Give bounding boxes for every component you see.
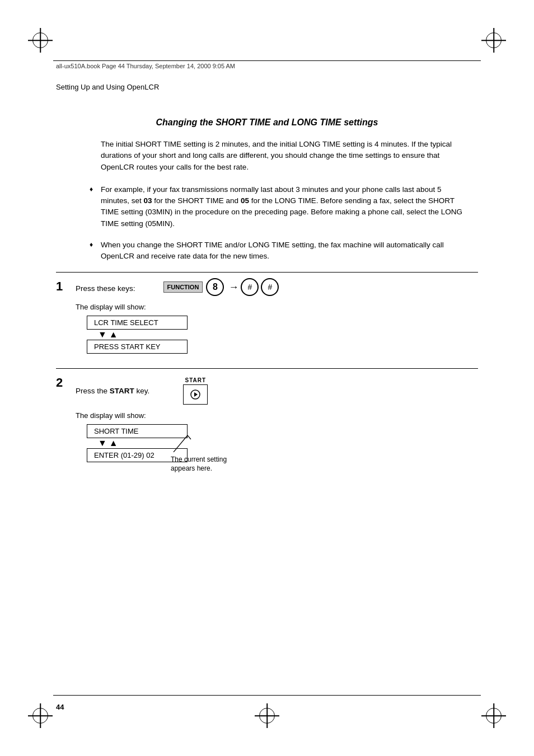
reg-mark-br xyxy=(481,703,506,728)
bold-start: START xyxy=(110,387,134,395)
step-1-display-label: The display will show: xyxy=(76,303,478,311)
bold-05: 05 xyxy=(241,196,249,205)
svg-line-3 xyxy=(188,435,191,439)
svg-line-2 xyxy=(174,435,188,452)
arrow-up-icon-1: ▲ xyxy=(109,330,118,340)
svg-marker-1 xyxy=(194,392,198,397)
annotation-arrow xyxy=(171,433,204,452)
reg-mark-tl xyxy=(28,28,53,53)
page-container: all-ux510A.book Page 44 Thursday, Septem… xyxy=(0,0,534,756)
arrow-right-icon: → xyxy=(228,281,238,293)
bold-03: 03 xyxy=(144,196,152,205)
step-1-lcd: LCR TIME SELECT ▼ ▲ PRESS START KEY xyxy=(87,316,188,354)
annotation-text: The current settingappears here. xyxy=(171,455,238,474)
annotation-area: The current settingappears here. xyxy=(171,433,238,474)
step-2-instruction: Press the START key. xyxy=(76,386,149,397)
divider-middle xyxy=(56,368,478,369)
step-1-instruction: Press these keys: xyxy=(76,283,135,294)
divider-top xyxy=(56,272,478,273)
section-heading: Changing the SHORT TIME and LONG TIME se… xyxy=(56,118,478,128)
reg-mark-bc xyxy=(255,703,279,728)
step-2-lcd-area: SHORT TIME ▼ ▲ ENTER (01-29) 02 xyxy=(76,424,188,462)
step-2-content: Press the START key. START xyxy=(76,377,478,462)
reg-mark-tr xyxy=(481,28,506,53)
arrow-down-icon-1: ▼ xyxy=(98,330,107,340)
arrow-down-icon-2: ▼ xyxy=(98,438,107,448)
start-key-label: START xyxy=(185,377,207,383)
intro-paragraph: The initial SHORT TIME setting is 2 minu… xyxy=(101,139,467,173)
lcd-line1-step1: LCR TIME SELECT xyxy=(87,316,188,330)
hash-key-1: # xyxy=(241,278,259,296)
step-1-section: 1 Press these keys: FUNCTION 8 → # # xyxy=(56,281,478,358)
start-icon xyxy=(190,389,201,400)
step-1-row: 1 Press these keys: FUNCTION 8 → # # xyxy=(56,281,478,358)
lcd-line2-step1: PRESS START KEY xyxy=(87,340,188,354)
header-text: all-ux510A.book Page 44 Thursday, Septem… xyxy=(56,63,235,69)
bottom-line xyxy=(53,695,481,696)
section-label: Setting Up and Using OpenLCR xyxy=(56,83,159,91)
step-1-number: 1 xyxy=(56,279,73,294)
lcd-arrows-step1: ▼ ▲ xyxy=(87,330,188,340)
step-2-row: 2 Press the START key. START xyxy=(56,377,478,467)
bullet-item-2: When you change the SHORT TIME and/or LO… xyxy=(90,240,467,262)
bullet-item-1: For example, if your fax transmissions n… xyxy=(90,184,467,229)
step-2-section: 2 Press the START key. START xyxy=(56,377,478,467)
hash-key-2: # xyxy=(261,278,279,296)
step-2-display-label: The display will show: xyxy=(76,411,478,420)
start-key xyxy=(183,384,208,405)
step-1-content: Press these keys: FUNCTION 8 → # # The d… xyxy=(76,281,478,354)
step-2-number: 2 xyxy=(56,375,73,390)
function-key: FUNCTION xyxy=(163,281,203,293)
arrow-up-icon-2: ▲ xyxy=(109,438,118,448)
start-key-container: START xyxy=(183,377,208,405)
main-content: Changing the SHORT TIME and LONG TIME se… xyxy=(56,101,478,472)
header-line xyxy=(53,60,481,61)
page-number: 44 xyxy=(56,703,64,711)
reg-mark-bl xyxy=(28,703,53,728)
key-diagram-1: FUNCTION 8 → # # xyxy=(163,278,282,296)
circle-key-8: 8 xyxy=(206,278,224,296)
